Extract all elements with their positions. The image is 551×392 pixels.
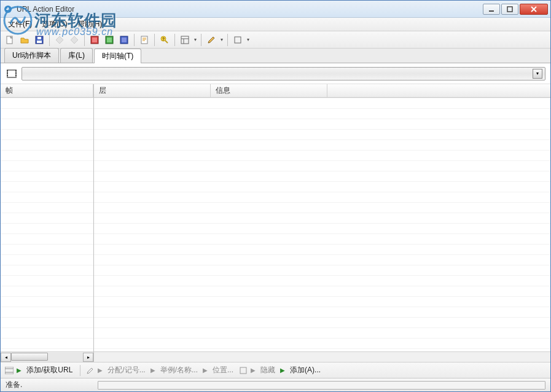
menubar: 文件(F) 选项(O) 帮助(H) <box>1 18 550 31</box>
action-separator <box>80 365 80 376</box>
svg-rect-26 <box>15 70 17 71</box>
svg-rect-27 <box>15 73 17 74</box>
progress-bar <box>98 381 545 390</box>
column-info[interactable]: 信息 <box>211 84 327 97</box>
combo-row: ▾ <box>1 63 550 84</box>
app-window: 河东软件园 www.pc0359.cn URL Action Editor 文件… <box>0 0 551 392</box>
layout-dropdown[interactable]: ▾ <box>193 33 198 47</box>
menu-file[interactable]: 文件(F) <box>4 18 36 31</box>
scene-combo[interactable]: ▾ <box>21 67 545 80</box>
action-add-get-url[interactable]: 添加/获取URL <box>24 365 75 375</box>
pencil-icon <box>85 366 95 375</box>
svg-rect-32 <box>240 367 246 374</box>
scroll-thumb[interactable] <box>11 353 48 361</box>
action-instance-name[interactable]: 举例/名称... <box>158 365 200 375</box>
column-layer[interactable]: 层 <box>94 84 211 97</box>
scroll-track[interactable] <box>11 353 83 362</box>
play-icon: ▶ <box>150 367 155 374</box>
chevron-down-icon: ▾ <box>533 69 542 79</box>
play-icon: ▶ <box>203 367 208 374</box>
tab-url-script[interactable]: Url动作脚本 <box>4 48 59 63</box>
layers-grid[interactable] <box>94 98 550 351</box>
svg-rect-13 <box>122 37 127 42</box>
menu-options[interactable]: 选项(O) <box>38 18 71 31</box>
scroll-left-button[interactable]: ◂ <box>1 353 11 362</box>
page-small-icon <box>238 366 248 375</box>
box-red-button[interactable] <box>88 33 101 47</box>
save-button[interactable] <box>33 33 46 47</box>
svg-rect-22 <box>8 71 15 77</box>
toolbar-separator <box>49 34 50 46</box>
pencil-dropdown[interactable]: ▾ <box>219 33 224 47</box>
toolbar-separator <box>174 34 175 46</box>
scroll-right-button[interactable]: ▸ <box>83 353 93 362</box>
frames-pane: 帧 ◂ ▸ <box>1 84 94 362</box>
script-button[interactable] <box>138 33 151 47</box>
svg-rect-23 <box>7 70 8 71</box>
maximize-button[interactable] <box>501 4 518 15</box>
svg-rect-28 <box>15 75 17 76</box>
action-position[interactable]: 位置... <box>210 365 236 375</box>
svg-rect-3 <box>507 7 512 12</box>
diamond1-button <box>53 33 66 47</box>
frames-scrollbar[interactable]: ◂ ▸ <box>1 351 93 362</box>
svg-rect-6 <box>37 41 42 43</box>
titlebar: URL Action Editor <box>1 1 550 18</box>
layout-button[interactable] <box>178 33 192 47</box>
app-icon <box>3 4 13 14</box>
svg-rect-25 <box>7 75 8 76</box>
status-text: 准备. <box>6 380 98 390</box>
box-blue-button[interactable] <box>117 33 131 47</box>
status-bar: 准备. <box>1 378 550 391</box>
frames-header: 帧 <box>1 84 93 98</box>
film-strip-icon <box>4 366 14 375</box>
close-button[interactable] <box>520 4 548 15</box>
toolbar-separator <box>201 34 201 46</box>
action-add[interactable]: 添加(A)... <box>287 365 323 375</box>
pencil-button[interactable] <box>205 33 218 47</box>
toolbar-separator <box>84 34 85 46</box>
menu-help[interactable]: 帮助(H) <box>74 18 106 31</box>
action-assign-symbol[interactable]: 分配/记号... <box>105 365 147 375</box>
play-icon: ▶ <box>17 367 21 374</box>
minimize-button[interactable] <box>483 4 500 15</box>
column-frame[interactable]: 帧 <box>1 84 93 97</box>
help-button[interactable]: ? <box>158 33 171 47</box>
open-folder-button[interactable] <box>18 33 31 47</box>
layers-footer <box>94 351 550 362</box>
svg-rect-20 <box>235 37 241 43</box>
play-icon: ▶ <box>280 367 285 374</box>
play-icon: ▶ <box>251 367 256 374</box>
layers-header: 层 信息 <box>94 84 550 98</box>
svg-rect-7 <box>37 37 41 39</box>
new-file-button[interactable] <box>3 33 17 47</box>
film-icon <box>6 68 18 80</box>
svg-rect-29 <box>5 367 14 374</box>
frames-grid[interactable] <box>1 98 93 351</box>
tab-strip: Url动作脚本 库(L) 时间轴(T) <box>1 49 550 63</box>
diamond2-button <box>68 33 81 47</box>
tab-timeline[interactable]: 时间轴(T) <box>94 49 141 63</box>
svg-rect-11 <box>107 37 112 42</box>
action-bar: ▶ 添加/获取URL ▶ 分配/记号... ▶ 举例/名称... ▶ 位置...… <box>1 362 550 378</box>
toolbar-separator <box>154 34 155 46</box>
toolbar: ? ▾ ▾ ▾ <box>1 31 550 49</box>
svg-rect-2 <box>489 10 494 12</box>
svg-rect-24 <box>7 73 8 74</box>
main-split: 帧 ◂ ▸ 层 信息 <box>1 84 550 362</box>
toolbar-separator <box>134 34 135 46</box>
page-button[interactable] <box>231 33 244 47</box>
action-hide[interactable]: 隐藏 <box>258 365 278 375</box>
svg-rect-17 <box>181 36 189 44</box>
window-title: URL Action Editor <box>17 5 483 14</box>
play-icon: ▶ <box>98 367 103 374</box>
tab-library[interactable]: 库(L) <box>60 48 93 63</box>
page-dropdown[interactable]: ▾ <box>246 33 251 47</box>
svg-rect-14 <box>141 36 147 44</box>
toolbar-separator <box>227 34 228 46</box>
layers-pane: 层 信息 <box>94 84 550 362</box>
box-green-button[interactable] <box>103 33 116 47</box>
svg-text:?: ? <box>162 37 165 41</box>
column-blank[interactable] <box>327 84 550 97</box>
svg-rect-9 <box>92 37 97 42</box>
